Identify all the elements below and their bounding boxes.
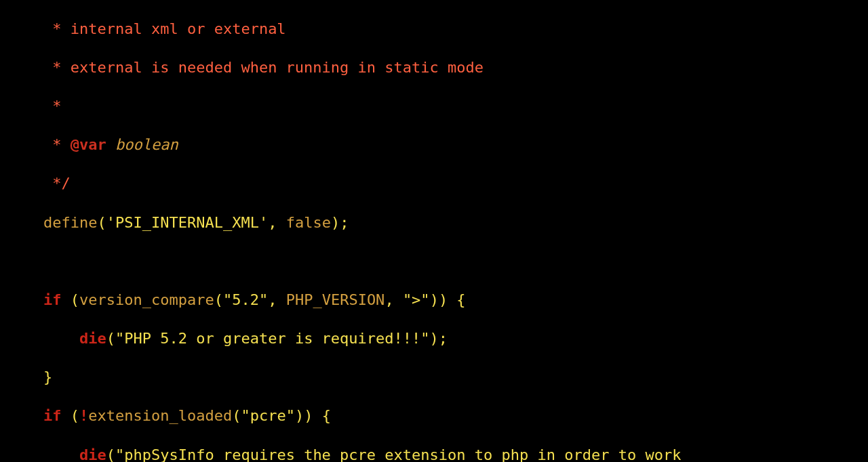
- semicolon: ;: [340, 214, 349, 231]
- code-line: *: [43, 97, 868, 117]
- docblock-type: boolean: [106, 136, 178, 153]
- open-paren: (: [97, 214, 106, 231]
- docblock-tag: @var: [71, 136, 106, 153]
- indent: [43, 330, 79, 347]
- open-paren: (: [106, 330, 115, 347]
- open-paren: (: [71, 291, 79, 308]
- string-literal: 'PSI_INTERNAL_XML': [106, 214, 268, 231]
- code-line: * @var boolean: [43, 135, 868, 155]
- code-line: if (version_compare("5.2", PHP_VERSION, …: [43, 291, 868, 310]
- space: [62, 407, 71, 424]
- close-paren: ): [430, 330, 439, 347]
- code-editor-viewport[interactable]: * internal xml or external * external is…: [0, 0, 868, 462]
- string-literal: "phpSysInfo requires the pcre extension …: [115, 446, 681, 462]
- define-call: define: [43, 214, 97, 231]
- open-brace: {: [313, 407, 331, 424]
- code-line: define('PSI_INTERNAL_XML', false);: [43, 213, 868, 233]
- open-paren: (: [71, 407, 79, 424]
- close-paren: ): [430, 291, 439, 308]
- die-keyword: die: [79, 446, 106, 462]
- comment-text: * external is needed when running in sta…: [43, 59, 484, 76]
- code-line: die("PHP 5.2 or greater is required!!!")…: [43, 329, 868, 349]
- string-literal: "pcre": [241, 407, 294, 424]
- comma: ,: [268, 291, 286, 308]
- code-line: if (!extension_loaded("pcre")) {: [43, 406, 868, 426]
- indent: [43, 446, 79, 462]
- code-line: */: [43, 174, 868, 194]
- semicolon: ;: [439, 330, 448, 347]
- function-call: version_compare: [79, 291, 214, 308]
- blank-line: [43, 252, 868, 272]
- comma: ,: [384, 291, 403, 308]
- if-keyword: if: [43, 291, 62, 308]
- function-call: extension_loaded: [88, 407, 232, 424]
- close-paren: ): [331, 214, 340, 231]
- comment-text: *: [43, 98, 62, 114]
- comment-close: */: [43, 175, 71, 192]
- close-paren: ): [295, 407, 304, 424]
- string-literal: ">": [403, 291, 430, 308]
- string-literal: "5.2": [223, 291, 268, 308]
- code-line: die("phpSysInfo requires the pcre extens…: [43, 446, 868, 462]
- space: [62, 291, 71, 308]
- code-line: }: [43, 368, 868, 387]
- open-paren: (: [106, 446, 115, 462]
- comma: ,: [268, 214, 286, 231]
- open-brace: {: [448, 291, 466, 308]
- comment-star: *: [43, 136, 71, 153]
- string-literal: "PHP 5.2 or greater is required!!!": [115, 330, 430, 347]
- constant: PHP_VERSION: [286, 291, 385, 308]
- negation-operator: !: [79, 407, 88, 424]
- comment-text: * internal xml or external: [43, 20, 286, 37]
- boolean-false: false: [286, 214, 331, 231]
- close-paren: ): [304, 407, 313, 424]
- close-brace: }: [43, 369, 52, 385]
- code-line: * internal xml or external: [43, 20, 868, 39]
- code-line: * external is needed when running in sta…: [43, 58, 868, 78]
- open-paren: (: [232, 407, 241, 424]
- close-paren: ): [439, 291, 448, 308]
- if-keyword: if: [43, 407, 62, 424]
- open-paren: (: [214, 291, 223, 308]
- die-keyword: die: [79, 330, 106, 347]
